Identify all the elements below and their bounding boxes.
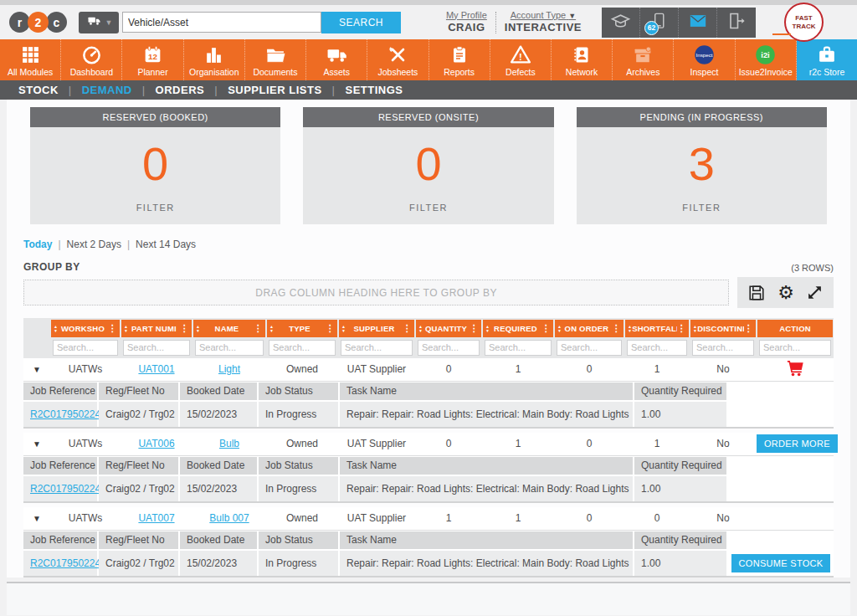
job-subtable-row: R2C017950224 Craig02 / Trg02 15/02/2023 … <box>23 551 834 576</box>
tab-orders[interactable]: ORDERS <box>152 84 208 96</box>
column-header-action[interactable]: ACTION <box>757 320 833 337</box>
search-shortfall-input[interactable] <box>627 340 687 356</box>
period-next-14-days[interactable]: Next 14 Days <box>136 239 196 250</box>
column-header-supplier[interactable]: ▲▼SUPPLIER⋮ <box>339 320 414 337</box>
tab-settings[interactable]: SETTINGS <box>341 84 406 96</box>
part-name-link[interactable]: Bulb 007 <box>209 512 249 524</box>
card-value: 3 <box>689 141 715 187</box>
column-header-discontinued[interactable]: ▲▼DISCONTINI⋮ <box>690 320 756 337</box>
module-jobsheets[interactable]: Jobsheets <box>367 39 428 80</box>
filter-link[interactable]: FILTER <box>409 203 448 213</box>
collapse-row-icon[interactable]: ▼ <box>33 514 41 523</box>
logout-button[interactable] <box>717 8 756 38</box>
my-profile-link[interactable]: My Profile <box>446 10 487 22</box>
filter-link[interactable]: FILTER <box>682 203 721 213</box>
card-reserved-booked: RESERVED (BOOKED) 0 FILTER <box>30 107 280 224</box>
collapse-row-icon[interactable]: ▼ <box>33 439 41 449</box>
module-assets[interactable]: Assets <box>306 39 367 80</box>
column-menu-icon[interactable]: ⋮ <box>180 324 189 333</box>
module-reports[interactable]: Reports <box>429 39 490 80</box>
column-menu-icon[interactable]: ⋮ <box>254 324 263 333</box>
tab-stock[interactable]: STOCK <box>15 84 62 96</box>
period-links: Today | Next 2 Days | Next 14 Days <box>23 239 834 250</box>
part-name-link[interactable]: Bulb <box>219 438 239 449</box>
module-dashboard[interactable]: Dashboard <box>61 39 122 80</box>
messages-button[interactable] <box>679 8 717 38</box>
account-type-value: INTERACTIVE <box>505 21 582 34</box>
part-number-link[interactable]: UAT007 <box>138 512 174 524</box>
training-button[interactable] <box>602 8 640 38</box>
notifications-button[interactable]: 62 <box>640 8 679 38</box>
job-reference-link[interactable]: R2C017950224 <box>30 557 100 569</box>
account-type-block: Account Type ▼ INTERACTIVE <box>505 10 582 35</box>
column-header-quantity[interactable]: ▲▼QUANTITY⋮ <box>416 320 481 337</box>
period-today[interactable]: Today <box>23 239 52 250</box>
column-menu-icon[interactable]: ⋮ <box>108 324 117 333</box>
notification-count-badge: 62 <box>644 21 659 35</box>
inspect-icon: Inspect <box>694 43 715 66</box>
tab-supplier-lists[interactable]: SUPPLIER LISTS <box>224 84 325 96</box>
search-quantity-input[interactable] <box>418 340 480 356</box>
search-discontinued-input[interactable] <box>692 340 754 356</box>
expand-grid-button[interactable] <box>806 284 824 301</box>
module-inspect[interactable]: Inspect Inspect <box>674 39 735 80</box>
search-type-input[interactable] <box>269 340 336 356</box>
module-archives[interactable]: Archives <box>613 39 674 80</box>
group-by-drop-zone[interactable]: DRAG COLUMN HEADING HERE TO GROUP BY <box>23 280 729 305</box>
module-all-modules[interactable]: All Modules <box>0 39 61 80</box>
module-defects[interactable]: ! Defects <box>490 39 552 80</box>
consume-stock-button[interactable]: CONSUME STOCK <box>731 554 831 572</box>
tab-demand[interactable]: DEMAND <box>79 84 136 96</box>
column-header-on-order[interactable]: ▲▼ON ORDER⋮ <box>555 320 624 337</box>
r2c-logo[interactable]: r 2 c <box>12 12 67 33</box>
column-header-workshop[interactable]: ▲▼WORKSHO⋮ <box>51 320 120 337</box>
column-header-type[interactable]: ▲▼TYPE⋮ <box>267 320 337 337</box>
mail-icon <box>686 12 710 33</box>
search-workshop-input[interactable] <box>53 340 118 356</box>
search-part-number-input[interactable] <box>123 340 190 356</box>
account-type-link[interactable]: Account Type ▼ <box>505 10 582 22</box>
column-header-name[interactable]: ▲▼NAME⋮ <box>193 320 265 337</box>
search-button[interactable]: SEARCH <box>321 12 401 33</box>
job-reference-link[interactable]: R2C017950224 <box>30 408 100 420</box>
search-required-input[interactable] <box>485 340 552 356</box>
vehicle-type-selector[interactable]: ▼ <box>79 12 119 33</box>
gear-icon: ⚙ <box>777 284 794 302</box>
module-planner[interactable]: 12 Planner <box>122 39 183 80</box>
table-header-row: ▲▼WORKSHO⋮ ▲▼PART NUMI⋮ ▲▼NAME⋮ ▲▼TYPE⋮ … <box>23 318 834 337</box>
search-supplier-input[interactable] <box>341 340 413 356</box>
fast-track-badge[interactable]: FAST TRACK <box>784 3 824 42</box>
period-next-2-days[interactable]: Next 2 Days <box>67 239 121 250</box>
dashboard-icon <box>81 43 102 66</box>
job-reference-link[interactable]: R2C017950224 <box>30 483 100 495</box>
add-to-cart-icon[interactable] <box>785 358 805 380</box>
part-number-link[interactable]: UAT001 <box>138 363 174 375</box>
part-name-link[interactable]: Light <box>218 363 240 375</box>
column-header-shortfall[interactable]: ▲▼SHORTFALI⋮ <box>625 320 689 337</box>
module-r2c-store[interactable]: r2c Store <box>797 39 857 80</box>
order-more-button[interactable]: ORDER MORE <box>757 434 838 453</box>
module-organisation[interactable]: Organisation <box>184 39 245 80</box>
module-documents[interactable]: Documents <box>245 39 306 80</box>
column-menu-icon[interactable]: ⋮ <box>326 324 335 333</box>
filter-link[interactable]: FILTER <box>136 203 175 213</box>
column-menu-icon[interactable]: ⋮ <box>677 324 686 333</box>
save-layout-button[interactable] <box>747 284 766 302</box>
logo-letter-2: 2 <box>28 12 49 33</box>
column-header-required[interactable]: ▲▼REQUIRED⋮ <box>483 320 553 337</box>
column-menu-icon[interactable]: ⋮ <box>541 324 551 333</box>
column-menu-icon[interactable]: ⋮ <box>470 324 479 333</box>
search-on-order-input[interactable] <box>557 340 622 356</box>
column-header-part-number[interactable]: ▲▼PART NUMI⋮ <box>121 320 192 337</box>
module-issue2invoice[interactable]: i2i Issue2Invoice <box>736 39 797 80</box>
column-menu-icon[interactable]: ⋮ <box>403 324 412 333</box>
column-menu-icon[interactable]: ⋮ <box>612 324 621 333</box>
grid-settings-button[interactable]: ⚙ <box>777 284 794 302</box>
part-number-link[interactable]: UAT006 <box>138 438 174 449</box>
search-action-input[interactable] <box>759 340 831 356</box>
column-menu-icon[interactable]: ⋮ <box>744 324 753 333</box>
search-name-input[interactable] <box>195 340 264 356</box>
vehicle-asset-search-input[interactable] <box>122 12 321 33</box>
module-network[interactable]: Network <box>552 39 613 80</box>
collapse-row-icon[interactable]: ▼ <box>33 365 41 374</box>
